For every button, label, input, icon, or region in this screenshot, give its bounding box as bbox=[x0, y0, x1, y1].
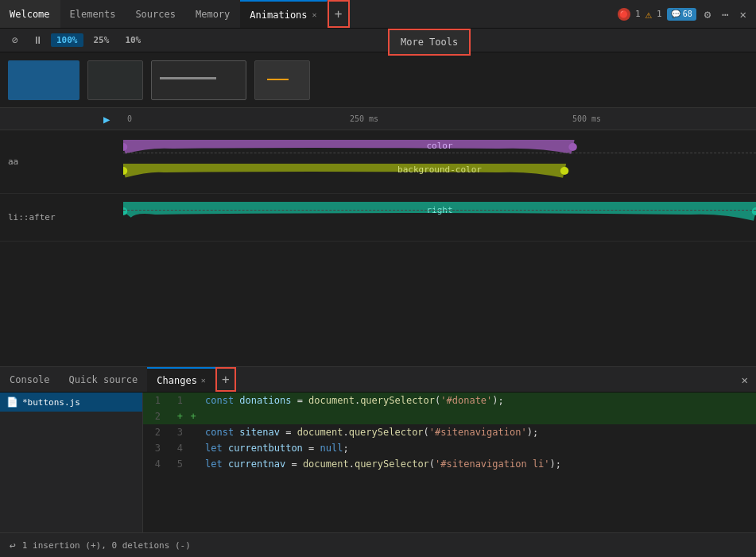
file-icon: 📄 bbox=[6, 396, 18, 408]
animation-track-aa: color background-color bbox=[123, 130, 756, 193]
bottom-status: ↩ 1 insertion (+), 0 deletions (-) bbox=[0, 532, 756, 557]
ruler-label-far: 500 ms bbox=[572, 114, 601, 123]
tab-animations-close[interactable]: ✕ bbox=[312, 10, 317, 19]
animation-selector-aa: aa bbox=[0, 157, 123, 167]
bottom-tab-bar: Console Quick source Changes ✕ + ✕ bbox=[0, 367, 756, 393]
code-line-added: 2 + + bbox=[143, 408, 756, 424]
preview-block-2[interactable] bbox=[151, 60, 246, 100]
tab-bar: Welcome Elements Sources Memory Animatio… bbox=[0, 0, 756, 29]
settings-icon[interactable]: ⚙ bbox=[701, 6, 714, 22]
bottom-tab-changes[interactable]: Changes ✕ bbox=[147, 367, 215, 392]
pause-button[interactable]: ⏸ bbox=[29, 32, 46, 49]
tab-animations[interactable]: Animations ✕ bbox=[240, 0, 327, 28]
speed-25-button[interactable]: 25% bbox=[88, 33, 115, 47]
error-count: 1 bbox=[635, 9, 641, 19]
svg-point-3 bbox=[560, 167, 568, 175]
bottom-panel-close-button[interactable]: ✕ bbox=[742, 373, 756, 386]
tab-add-button[interactable]: + bbox=[328, 0, 350, 28]
tab-memory[interactable]: Memory bbox=[186, 0, 240, 28]
bottom-tab-console[interactable]: Console bbox=[0, 367, 60, 392]
svg-point-1 bbox=[568, 143, 576, 151]
dashed-line-1 bbox=[123, 153, 756, 153]
file-panel: 📄 *buttons.js 1 1 const donations = docu… bbox=[0, 393, 756, 532]
speed-100-button[interactable]: 100% bbox=[51, 33, 83, 47]
animation-track-li-after: right bbox=[123, 194, 756, 241]
ruler-label-mid: 250 ms bbox=[350, 114, 378, 123]
file-list: 📄 *buttons.js bbox=[0, 393, 143, 532]
warning-count: 1 bbox=[657, 9, 662, 19]
play-icon[interactable]: ▶ bbox=[103, 113, 110, 126]
timeline-row-aa: aa color background-color bbox=[0, 130, 756, 194]
right-animation-svg bbox=[123, 202, 756, 221]
code-line-3: 2 3 const sitenav = document.querySelect… bbox=[143, 424, 756, 440]
more-tools-dropdown: More Tools bbox=[388, 29, 471, 56]
close-devtools-icon[interactable]: ✕ bbox=[737, 6, 750, 22]
more-options-icon[interactable]: ⋯ bbox=[719, 6, 731, 22]
file-item-buttons-js[interactable]: 📄 *buttons.js bbox=[0, 393, 142, 412]
warning-icon: ⚠ bbox=[646, 8, 652, 21]
bottom-tab-changes-close[interactable]: ✕ bbox=[201, 376, 206, 385]
code-line-1: 1 1 const donations = document.querySele… bbox=[143, 393, 756, 408]
message-badge: 💬68 bbox=[667, 8, 696, 21]
error-badge: 🔴 bbox=[618, 8, 630, 21]
tab-sources[interactable]: Sources bbox=[126, 0, 186, 28]
preview-block-0[interactable] bbox=[8, 60, 79, 100]
code-panel: 1 1 const donations = document.querySele… bbox=[143, 393, 756, 532]
bottom-tab-quick-source[interactable]: Quick source bbox=[60, 367, 148, 392]
bg-color-animation-svg bbox=[123, 164, 756, 178]
animations-toolbar: ⊘ ⏸ 100% 25% 10% bbox=[0, 29, 756, 52]
dashed-line-2 bbox=[123, 210, 756, 211]
animation-timeline: ▶ 0 250 ms 500 ms aa color bbox=[0, 108, 756, 243]
code-line-5: 4 5 let currentnav = document.querySelec… bbox=[143, 456, 756, 472]
undo-icon[interactable]: ↩ bbox=[10, 540, 16, 551]
timeline-row-li-after: li::after right bbox=[0, 194, 756, 242]
more-tools-item[interactable]: More Tools bbox=[390, 30, 469, 54]
animation-selector-li-after: li::after bbox=[0, 212, 123, 222]
file-name: *buttons.js bbox=[22, 397, 80, 408]
speed-10-button[interactable]: 10% bbox=[119, 33, 146, 47]
status-text: 1 insertion (+), 0 deletions (-) bbox=[22, 540, 191, 551]
bottom-add-tab-button[interactable]: + bbox=[215, 367, 236, 392]
tab-bar-right: 🔴 1 ⚠ 1 💬68 ⚙ ⋯ ✕ bbox=[618, 6, 756, 22]
tab-elements[interactable]: Elements bbox=[60, 0, 126, 28]
preview-block-1[interactable] bbox=[87, 60, 143, 100]
bottom-panel: Console Quick source Changes ✕ + ✕ 📄 *bu… bbox=[0, 366, 756, 557]
timeline-ruler: ▶ 0 250 ms 500 ms bbox=[0, 108, 756, 130]
code-line-4: 3 4 let currentbutton = null; bbox=[143, 440, 756, 456]
ruler-label-0: 0 bbox=[127, 114, 132, 123]
preview-area bbox=[0, 52, 756, 108]
preview-block-3[interactable] bbox=[254, 60, 310, 100]
stop-button[interactable]: ⊘ bbox=[6, 32, 24, 49]
tab-welcome[interactable]: Welcome bbox=[0, 0, 60, 28]
